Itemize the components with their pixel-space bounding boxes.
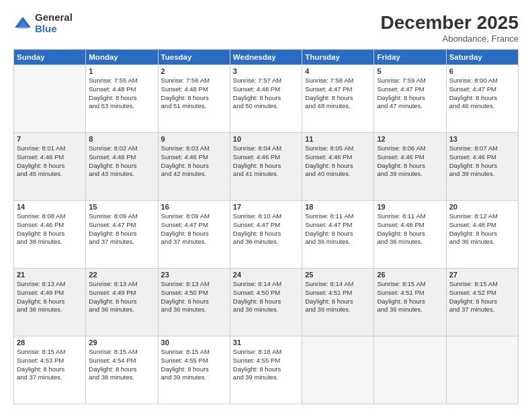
day-number: 18 (305, 203, 371, 211)
daylight-minutes: and 47 minutes. (377, 102, 443, 111)
daylight-minutes: and 36 minutes. (449, 238, 515, 246)
calendar-day-cell: 1Sunrise: 7:55 AMSunset: 4:48 PMDaylight… (86, 65, 158, 133)
sunrise-text: Sunrise: 8:06 AM (377, 144, 443, 153)
sunset-text: Sunset: 4:54 PM (89, 357, 154, 365)
daylight-minutes: and 38 minutes. (17, 238, 83, 246)
daylight-hours: Daylight: 8 hours (233, 162, 299, 171)
calendar-day-cell: 30Sunrise: 8:15 AMSunset: 4:55 PMDayligh… (158, 336, 230, 404)
daylight-minutes: and 38 minutes. (89, 373, 154, 382)
calendar-week-row: 28Sunrise: 8:15 AMSunset: 4:53 PMDayligh… (14, 336, 519, 404)
day-number: 25 (305, 271, 371, 279)
day-number: 7 (17, 135, 83, 143)
day-number: 19 (377, 203, 443, 211)
daylight-hours: Daylight: 8 hours (17, 365, 83, 374)
day-number: 3 (233, 67, 299, 75)
sunrise-text: Sunrise: 7:57 AM (233, 77, 299, 85)
sunrise-text: Sunrise: 8:08 AM (17, 212, 83, 221)
sunset-text: Sunset: 4:55 PM (233, 357, 299, 365)
daylight-hours: Daylight: 8 hours (305, 94, 371, 103)
calendar-header-row: Sunday Monday Tuesday Wednesday Thursday… (14, 50, 519, 65)
sunset-text: Sunset: 4:48 PM (449, 221, 515, 230)
sunrise-text: Sunrise: 8:05 AM (305, 144, 371, 153)
daylight-minutes: and 51 minutes. (161, 102, 227, 111)
daylight-minutes: and 42 minutes. (161, 170, 227, 179)
calendar-day-cell (374, 336, 446, 404)
calendar-day-cell: 4Sunrise: 7:58 AMSunset: 4:47 PMDaylight… (302, 65, 374, 133)
daylight-hours: Daylight: 8 hours (17, 230, 83, 238)
sunrise-text: Sunrise: 7:56 AM (161, 77, 227, 85)
calendar-table: Sunday Monday Tuesday Wednesday Thursday… (13, 49, 519, 404)
calendar-day-cell: 23Sunrise: 8:13 AMSunset: 4:50 PMDayligh… (158, 269, 230, 336)
daylight-hours: Daylight: 8 hours (233, 365, 299, 374)
logo-icon (13, 14, 32, 33)
sunrise-text: Sunrise: 8:15 AM (89, 348, 154, 357)
sunrise-text: Sunrise: 8:07 AM (449, 144, 515, 153)
calendar-day-cell: 3Sunrise: 7:57 AMSunset: 4:48 PMDaylight… (230, 65, 302, 133)
sunset-text: Sunset: 4:52 PM (449, 289, 515, 298)
day-number: 15 (89, 203, 154, 211)
calendar-day-cell: 11Sunrise: 8:05 AMSunset: 4:46 PMDayligh… (302, 133, 374, 201)
day-number: 6 (449, 67, 515, 75)
sunrise-text: Sunrise: 8:03 AM (161, 144, 227, 153)
col-wednesday: Wednesday (230, 50, 302, 65)
sunset-text: Sunset: 4:46 PM (17, 221, 83, 230)
daylight-hours: Daylight: 8 hours (161, 298, 227, 306)
sunrise-text: Sunrise: 8:13 AM (17, 280, 83, 289)
day-number: 10 (233, 135, 299, 143)
calendar-day-cell: 17Sunrise: 8:10 AMSunset: 4:47 PMDayligh… (230, 201, 302, 269)
daylight-hours: Daylight: 8 hours (377, 230, 443, 238)
sunset-text: Sunset: 4:46 PM (89, 153, 154, 162)
daylight-hours: Daylight: 8 hours (305, 230, 371, 238)
daylight-hours: Daylight: 8 hours (161, 162, 227, 171)
daylight-hours: Daylight: 8 hours (233, 230, 299, 238)
day-number: 20 (449, 203, 515, 211)
calendar-day-cell: 8Sunrise: 8:02 AMSunset: 4:46 PMDaylight… (86, 133, 158, 201)
sunrise-text: Sunrise: 8:11 AM (305, 212, 371, 221)
sunset-text: Sunset: 4:47 PM (305, 221, 371, 230)
sunset-text: Sunset: 4:51 PM (305, 289, 371, 298)
day-number: 5 (377, 67, 443, 75)
calendar-day-cell: 29Sunrise: 8:15 AMSunset: 4:54 PMDayligh… (86, 336, 158, 404)
sunrise-text: Sunrise: 8:15 AM (161, 348, 227, 357)
sunset-text: Sunset: 4:50 PM (161, 289, 227, 298)
day-number: 24 (233, 271, 299, 279)
daylight-hours: Daylight: 8 hours (449, 94, 515, 103)
calendar-week-row: 7Sunrise: 8:01 AMSunset: 4:46 PMDaylight… (14, 133, 519, 201)
day-number: 8 (89, 135, 154, 143)
sunset-text: Sunset: 4:53 PM (17, 357, 83, 365)
daylight-minutes: and 37 minutes. (449, 306, 515, 314)
calendar-day-cell: 27Sunrise: 8:15 AMSunset: 4:52 PMDayligh… (446, 269, 518, 336)
calendar-day-cell (302, 336, 374, 404)
calendar-day-cell: 22Sunrise: 8:13 AMSunset: 4:49 PMDayligh… (86, 269, 158, 336)
logo: General Blue (13, 12, 73, 34)
sunset-text: Sunset: 4:48 PM (233, 85, 299, 94)
daylight-hours: Daylight: 8 hours (17, 162, 83, 171)
col-monday: Monday (86, 50, 158, 65)
daylight-hours: Daylight: 8 hours (89, 94, 154, 103)
daylight-hours: Daylight: 8 hours (89, 365, 154, 374)
daylight-minutes: and 37 minutes. (17, 373, 83, 382)
calendar-day-cell: 16Sunrise: 8:09 AMSunset: 4:47 PMDayligh… (158, 201, 230, 269)
day-number: 13 (449, 135, 515, 143)
calendar-page: General Blue December 2025 Abondance, Fr… (0, 0, 532, 411)
sunrise-text: Sunrise: 8:14 AM (305, 280, 371, 289)
day-number: 4 (305, 67, 371, 75)
calendar-day-cell: 31Sunrise: 8:16 AMSunset: 4:55 PMDayligh… (230, 336, 302, 404)
sunset-text: Sunset: 4:48 PM (377, 221, 443, 230)
calendar-day-cell: 15Sunrise: 8:09 AMSunset: 4:47 PMDayligh… (86, 201, 158, 269)
day-number: 16 (161, 203, 227, 211)
daylight-minutes: and 46 minutes. (449, 102, 515, 111)
calendar-day-cell: 20Sunrise: 8:12 AMSunset: 4:48 PMDayligh… (446, 201, 518, 269)
calendar-day-cell: 13Sunrise: 8:07 AMSunset: 4:46 PMDayligh… (446, 133, 518, 201)
daylight-minutes: and 43 minutes. (89, 170, 154, 179)
daylight-hours: Daylight: 8 hours (161, 230, 227, 238)
daylight-hours: Daylight: 8 hours (305, 298, 371, 306)
sunrise-text: Sunrise: 8:14 AM (233, 280, 299, 289)
daylight-minutes: and 36 minutes. (305, 306, 371, 314)
daylight-hours: Daylight: 8 hours (449, 298, 515, 306)
day-number: 26 (377, 271, 443, 279)
sunrise-text: Sunrise: 8:13 AM (161, 280, 227, 289)
daylight-hours: Daylight: 8 hours (233, 298, 299, 306)
daylight-minutes: and 36 minutes. (377, 306, 443, 314)
daylight-hours: Daylight: 8 hours (233, 94, 299, 103)
